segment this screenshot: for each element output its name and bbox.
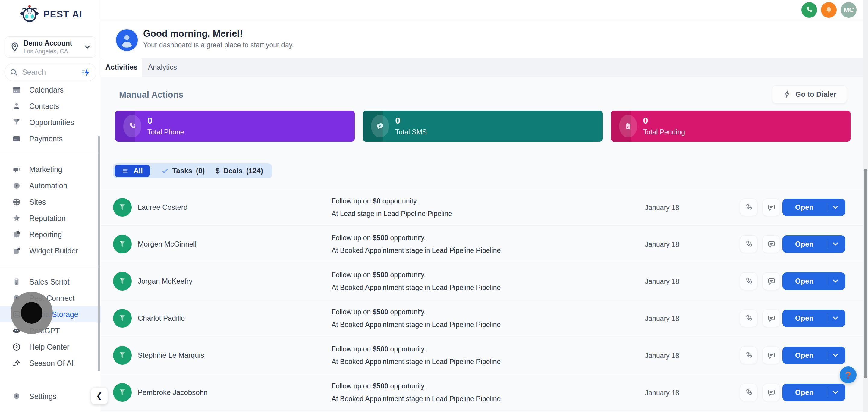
dollar-icon: $	[216, 167, 219, 175]
sidebar-item-payments[interactable]: Payments	[0, 130, 101, 147]
filter-tasks-button[interactable]: Tasks (0)	[161, 167, 205, 175]
chat-icon	[767, 351, 775, 359]
activity-date: January 18	[645, 278, 679, 286]
section-title: Manual Actions	[119, 90, 183, 100]
chevron-down-icon	[832, 316, 839, 321]
phone-icon	[745, 240, 753, 248]
sidebar-collapse-button[interactable]: ❮	[91, 387, 108, 405]
pest-ai-dashboard: PEST AI Demo Account Los Angeles, CA	[0, 0, 868, 412]
account-selector[interactable]: Demo Account Los Angeles, CA	[4, 36, 96, 58]
go-to-dialer-button[interactable]: Go to Dialer	[772, 85, 847, 103]
sidebar-item-label: Calendars	[29, 86, 64, 94]
open-button[interactable]: Open	[782, 273, 845, 290]
sidebar-item-marketing[interactable]: Marketing	[0, 161, 101, 178]
message-button[interactable]	[763, 347, 780, 364]
sidebar-item-automation[interactable]: Automation	[0, 178, 101, 194]
sidebar-item-widget-builder[interactable]: Widget Builder	[0, 243, 101, 259]
open-button[interactable]: Open	[782, 235, 845, 253]
call-button[interactable]	[740, 273, 757, 290]
account-location: Los Angeles, CA	[24, 48, 84, 55]
app-logo[interactable]: PEST AI	[0, 4, 101, 25]
activities-panel: Manual Actions Go to Dialer 0 Total Phon…	[101, 76, 868, 412]
open-button[interactable]: Open	[782, 199, 845, 216]
message-button[interactable]	[763, 310, 780, 327]
open-button[interactable]: Open	[782, 384, 845, 401]
activity-description: Follow up on $500 opportunity. At Booked…	[332, 300, 645, 337]
chat-icon	[767, 388, 775, 397]
contact-avatar-funnel-icon	[113, 272, 132, 290]
sidebar-item-help-center[interactable]: ? Help Center	[0, 339, 101, 355]
stat-value: 0	[395, 116, 400, 126]
robot-logo-icon	[19, 4, 40, 25]
stat-card-total-phone[interactable]: 0 Total Phone	[115, 110, 355, 141]
screen-cursor-overlay	[10, 292, 53, 334]
sidebar-item-sales-script[interactable]: Sales Script	[0, 274, 101, 290]
message-button[interactable]	[763, 199, 780, 216]
open-button[interactable]: Open	[782, 347, 845, 364]
sidebar-item-reporting[interactable]: Reporting	[0, 226, 101, 243]
message-button[interactable]	[763, 273, 780, 290]
stat-card-total-pending[interactable]: 0 Total Pending	[611, 110, 850, 141]
call-button[interactable]	[740, 310, 757, 327]
contact-name[interactable]: Morgen McGinnell	[138, 240, 196, 248]
chevron-down-icon	[832, 390, 839, 395]
ai-bolt-icon[interactable]	[81, 67, 91, 77]
contact-name[interactable]: Stephine Le Marquis	[138, 351, 204, 359]
activity-description: Follow up on $0 opportunity. At Lead sta…	[332, 189, 645, 226]
tab-activities[interactable]: Activities	[101, 58, 142, 76]
sidebar-item-calendars[interactable]: Calendars	[0, 82, 101, 98]
sidebar-item-contacts[interactable]: Contacts	[0, 98, 101, 114]
filter-all-button[interactable]: All	[115, 165, 150, 177]
message-button[interactable]	[763, 235, 780, 253]
call-button[interactable]	[740, 199, 757, 216]
call-button[interactable]	[740, 347, 757, 364]
contact-name[interactable]: Pembroke Jacobsohn	[138, 388, 208, 397]
activity-description: Follow up on $500 opportunity. At Booked…	[332, 374, 645, 411]
chevron-down-icon	[832, 353, 839, 358]
activity-row: Charlot Padillo Follow up on $500 opport…	[101, 300, 868, 337]
page-scrollbar-thumb[interactable]	[864, 169, 867, 378]
chat-icon	[767, 240, 775, 248]
line1-prefix: Follow up on	[332, 382, 371, 390]
stage-text: At Lead stage in Lead Pipeline Pipeline	[332, 210, 645, 218]
activity-description: Follow up on $500 opportunity. At Booked…	[332, 263, 645, 300]
search-box[interactable]	[4, 63, 96, 82]
sidebar-item-reputation[interactable]: Reputation	[0, 210, 101, 226]
stage-text: At Booked Appointment stage in Lead Pipe…	[332, 395, 645, 403]
stage-text: At Booked Appointment stage in Lead Pipe…	[332, 247, 645, 255]
dialer-quick-button[interactable]	[801, 2, 817, 18]
sidebar-item-sites[interactable]: Sites	[0, 194, 101, 210]
filter-deals-button[interactable]: $ Deals (124)	[216, 167, 263, 175]
contact-avatar-funnel-icon	[113, 235, 132, 253]
search-input[interactable]	[22, 67, 81, 77]
help-button[interactable]: ?	[840, 367, 857, 383]
contact-name[interactable]: Lauree Costerd	[138, 203, 187, 212]
message-button[interactable]	[763, 384, 780, 401]
phone-icon	[745, 388, 753, 397]
open-button-label: Open	[795, 203, 813, 212]
search-icon	[10, 68, 18, 76]
page-scrollbar[interactable]	[863, 0, 868, 412]
contact-avatar-funnel-icon	[113, 309, 132, 327]
sidebar-item-opportunities[interactable]: Opportunities	[0, 114, 101, 130]
sidebar-item-settings[interactable]: Settings	[0, 388, 101, 405]
open-button-label: Open	[795, 351, 813, 359]
opportunity-amount: $500	[373, 345, 388, 353]
activity-filters: All Tasks (0) $ Deals (124)	[113, 163, 272, 179]
sidebar-item-label: Widget Builder	[29, 247, 79, 255]
contact-name[interactable]: Jorgan McKeefry	[138, 277, 192, 285]
notifications-button[interactable]	[821, 2, 837, 18]
contact-name[interactable]: Charlot Padillo	[138, 314, 185, 322]
phone-icon	[745, 314, 753, 322]
funnel-icon	[12, 118, 21, 127]
call-button[interactable]	[740, 235, 757, 253]
tab-analytics[interactable]: Analytics	[142, 58, 183, 76]
greeting-avatar	[115, 28, 138, 52]
open-button[interactable]: Open	[782, 310, 845, 327]
sidebar-scrollbar[interactable]	[98, 136, 100, 371]
phone-icon	[123, 115, 141, 137]
stat-card-total-sms[interactable]: 0 Total SMS	[363, 110, 602, 141]
sidebar-item-season-of-ai[interactable]: Season Of AI	[0, 355, 101, 371]
call-button[interactable]	[740, 384, 757, 401]
user-avatar[interactable]: MC	[841, 2, 857, 18]
